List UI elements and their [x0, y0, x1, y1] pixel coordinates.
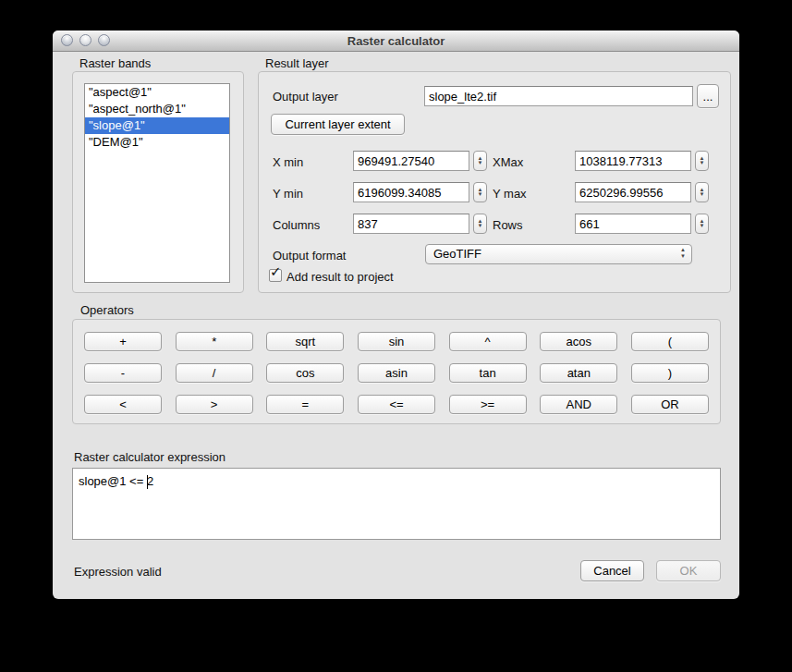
- stepper-down-icon: ▼: [700, 224, 705, 228]
- operator-power-button[interactable]: ^: [449, 332, 527, 351]
- operator-or-button[interactable]: OR: [631, 395, 709, 414]
- cancel-button[interactable]: Cancel: [580, 560, 644, 581]
- columns-stepper[interactable]: ▲▼: [473, 214, 487, 234]
- operator-divide-button[interactable]: /: [176, 363, 253, 383]
- raster-bands-group: "aspect@1" "aspect_north@1" "slope@1" "D…: [72, 71, 244, 293]
- operator-minus-button[interactable]: -: [84, 363, 162, 383]
- ymin-stepper[interactable]: ▲▼: [473, 182, 487, 202]
- operator-acos-button[interactable]: acos: [540, 332, 617, 351]
- text-cursor: [147, 475, 148, 489]
- ymax-label: Y max: [493, 187, 527, 201]
- popup-arrows-icon: ▲▼: [680, 247, 686, 260]
- list-item-selected[interactable]: "slope@1": [85, 117, 229, 134]
- operator-sqrt-button[interactable]: sqrt: [266, 332, 344, 351]
- operator-open-paren-button[interactable]: (: [631, 332, 709, 351]
- operator-equals-button[interactable]: =: [266, 395, 344, 414]
- operator-plus-button[interactable]: +: [84, 332, 162, 351]
- xmax-input[interactable]: [575, 151, 691, 171]
- rows-label: Rows: [493, 218, 523, 232]
- stepper-down-icon: ▼: [478, 161, 483, 165]
- expression-textarea[interactable]: slope@1 <= 2: [72, 468, 721, 540]
- xmin-input[interactable]: [353, 151, 469, 171]
- current-layer-extent-button[interactable]: Current layer extent: [271, 114, 405, 135]
- ymin-label: Y min: [273, 187, 303, 201]
- xmax-stepper[interactable]: ▲▼: [695, 151, 709, 171]
- operator-greater-than-button[interactable]: >: [176, 395, 253, 414]
- stepper-down-icon: ▼: [700, 161, 705, 165]
- output-layer-label: Output layer: [273, 90, 338, 104]
- traffic-lights: [61, 34, 110, 46]
- operator-less-equal-button[interactable]: <=: [358, 395, 435, 414]
- ymin-input[interactable]: [353, 182, 469, 202]
- output-format-select[interactable]: GeoTIFF ▲▼: [425, 244, 692, 264]
- operator-less-than-button[interactable]: <: [84, 395, 162, 414]
- raster-bands-list[interactable]: "aspect@1" "aspect_north@1" "slope@1" "D…: [84, 83, 230, 283]
- raster-bands-label: Raster bands: [79, 56, 151, 70]
- stepper-down-icon: ▼: [478, 224, 483, 228]
- operator-atan-button[interactable]: atan: [540, 363, 617, 383]
- add-result-checkbox[interactable]: ✓: [269, 269, 282, 282]
- operator-greater-equal-button[interactable]: >=: [449, 395, 527, 414]
- ok-button[interactable]: OK: [656, 560, 721, 581]
- operator-sin-button[interactable]: sin: [358, 332, 435, 351]
- window-title: Raster calculator: [347, 34, 445, 48]
- stepper-down-icon: ▼: [700, 192, 705, 197]
- xmax-label: XMax: [493, 155, 523, 169]
- browse-output-button[interactable]: ...: [697, 84, 719, 108]
- ymax-input[interactable]: [575, 182, 691, 202]
- operator-close-paren-button[interactable]: ): [631, 363, 709, 383]
- expression-text: slope@1 <= 2: [79, 474, 153, 488]
- list-item[interactable]: "aspect@1": [85, 84, 229, 101]
- output-format-label: Output format: [273, 249, 346, 263]
- ymax-stepper[interactable]: ▲▼: [695, 182, 709, 202]
- xmin-label: X min: [273, 155, 303, 169]
- expression-label: Raster calculator expression: [74, 450, 225, 464]
- operator-asin-button[interactable]: asin: [358, 363, 435, 383]
- checkmark-icon: ✓: [270, 263, 282, 280]
- rows-stepper[interactable]: ▲▼: [695, 214, 709, 234]
- columns-label: Columns: [273, 218, 320, 232]
- output-format-value: GeoTIFF: [433, 247, 481, 261]
- close-button[interactable]: [61, 34, 73, 46]
- stepper-down-icon: ▼: [478, 192, 483, 197]
- operator-multiply-button[interactable]: *: [176, 332, 253, 351]
- zoom-button[interactable]: [98, 34, 110, 46]
- title-bar[interactable]: Raster calculator: [53, 31, 739, 52]
- list-item[interactable]: "aspect_north@1": [85, 101, 229, 117]
- operators-group: + * sqrt sin ^ acos ( - / cos asin tan a…: [72, 319, 721, 424]
- expression-status: Expression valid: [74, 565, 162, 579]
- rows-input[interactable]: [575, 214, 691, 234]
- operators-label: Operators: [80, 303, 134, 317]
- raster-calculator-dialog: Raster calculator Raster bands "aspect@1…: [53, 31, 739, 599]
- result-layer-label: Result layer: [265, 56, 329, 70]
- xmin-stepper[interactable]: ▲▼: [473, 151, 487, 171]
- minimize-button[interactable]: [79, 34, 91, 46]
- operator-cos-button[interactable]: cos: [266, 363, 344, 383]
- list-item[interactable]: "DEM@1": [85, 134, 229, 151]
- operator-and-button[interactable]: AND: [540, 395, 617, 414]
- output-layer-input[interactable]: [424, 86, 693, 106]
- operator-tan-button[interactable]: tan: [449, 363, 527, 383]
- columns-input[interactable]: [353, 214, 469, 234]
- add-result-label: Add result to project: [286, 270, 394, 284]
